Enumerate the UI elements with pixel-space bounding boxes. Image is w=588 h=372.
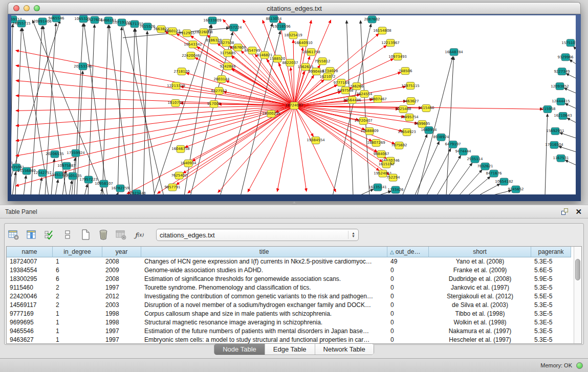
column-header-short[interactable]: short <box>429 247 531 257</box>
column-header-out_de[interactable]: △out_de… <box>387 247 429 257</box>
table-cell[interactable]: Changes of HCN gene expression and I(f) … <box>141 257 387 266</box>
citation-edge-black[interactable] <box>69 181 72 194</box>
table-cell[interactable]: 1 <box>53 327 102 336</box>
table-cell[interactable]: Nakamura et al. (1997) <box>429 327 531 336</box>
citation-edge-black[interactable] <box>135 29 155 194</box>
citation-edge-black[interactable] <box>121 20 164 194</box>
table-options-button[interactable] <box>8 229 20 241</box>
table-cell[interactable]: 6 <box>53 266 102 275</box>
column-header-pagerank[interactable]: pagerank <box>531 247 571 257</box>
citation-edge-black[interactable] <box>117 192 118 194</box>
row-height-button[interactable] <box>61 229 74 241</box>
table-cell[interactable]: 0 <box>387 275 429 283</box>
table-cell[interactable]: 9777169 <box>7 310 53 318</box>
citation-edge-black[interactable] <box>459 170 482 194</box>
delete-button[interactable] <box>97 229 110 241</box>
table-row[interactable]: 2242004622012Investigating the contribut… <box>7 292 574 301</box>
table-row[interactable]: 1938455462009Genome-wide association stu… <box>7 266 574 275</box>
table-cell[interactable]: 0 <box>387 310 429 318</box>
table-cell[interactable]: 19384554 <box>7 266 53 275</box>
table-row[interactable]: 946362711997Embryonic stem cells: a mode… <box>7 336 574 343</box>
citation-edge-red[interactable] <box>127 105 294 193</box>
table-cell[interactable]: Yano et al. (2008) <box>429 257 531 266</box>
node-table-grid[interactable]: namein_degreeyeartitle△out_de…shortpager… <box>7 247 574 343</box>
show-columns-button[interactable] <box>26 229 38 241</box>
minimize-button[interactable] <box>24 5 30 11</box>
table-source-select[interactable]: citations_edges.txt ▲▼ <box>156 229 359 241</box>
citation-edge-black[interactable] <box>437 156 461 194</box>
tab-edge-table[interactable]: Edge Table <box>265 344 315 355</box>
table-cell[interactable]: 1997 <box>102 336 141 343</box>
citation-edge-black[interactable] <box>477 184 500 194</box>
table-cell[interactable]: 5.6E-5 <box>531 266 571 275</box>
close-button[interactable] <box>13 5 19 11</box>
table-cell[interactable]: 0 <box>387 292 429 301</box>
citation-edge-black[interactable] <box>545 114 548 194</box>
table-cell[interactable]: Hescheler et al. (1997) <box>429 336 531 343</box>
table-row[interactable]: 1872400712008Changes of HCN gene express… <box>7 257 574 266</box>
citation-edge-black[interactable] <box>560 133 576 138</box>
citation-edge-black[interactable] <box>360 20 369 194</box>
window-titlebar[interactable]: citations_edges.txt <box>8 2 581 14</box>
table-cell[interactable]: 9115460 <box>7 283 53 292</box>
citation-edge-red[interactable] <box>294 48 303 106</box>
network-canvas[interactable]: 1872400776638228660123891295518226058818… <box>11 15 576 194</box>
zoom-button[interactable] <box>34 5 40 11</box>
citation-edge-black[interactable] <box>12 172 16 194</box>
table-cell[interactable]: 49 <box>387 257 429 266</box>
table-cell[interactable]: 0 <box>387 283 429 292</box>
table-cell[interactable]: 1997 <box>102 283 141 292</box>
table-cell[interactable]: 9463627 <box>7 336 53 343</box>
table-cell[interactable]: 1998 <box>102 318 141 327</box>
table-row[interactable]: 946554611997Estimation of the future num… <box>7 327 574 336</box>
citation-edge-black[interactable] <box>132 29 135 194</box>
citation-edge-black[interactable] <box>39 178 42 194</box>
table-row[interactable]: 1456911722003Disruption of a novel membe… <box>7 301 574 310</box>
table-cell[interactable]: 1998 <box>102 310 141 318</box>
table-cell[interactable]: Dudbridge et al. (2008) <box>429 275 531 283</box>
table-cell[interactable]: Structural magnetic resonance image aver… <box>141 318 387 327</box>
table-cell[interactable]: Disruption of a novel member of a sodium… <box>141 301 387 310</box>
table-cell[interactable]: 1 <box>53 310 102 318</box>
table-cell[interactable]: Estimation of the future numbers of pati… <box>141 327 387 336</box>
citation-edge-red[interactable] <box>232 69 294 105</box>
table-cell[interactable]: Investigating the contribution of common… <box>141 292 387 301</box>
table-cell[interactable]: 9465546 <box>7 327 53 336</box>
memory-ok-indicator[interactable] <box>576 362 583 369</box>
column-header-year[interactable]: year <box>102 247 141 257</box>
table-cell[interactable]: 1997 <box>102 327 141 336</box>
citation-edge-black[interactable] <box>415 141 439 194</box>
citation-edge-red[interactable] <box>16 105 294 111</box>
column-header-in_degree[interactable]: in_degree <box>53 247 102 257</box>
table-cell[interactable]: 5.3E-5 <box>531 283 571 292</box>
table-cell[interactable]: 5.3E-5 <box>531 301 571 310</box>
table-cell[interactable]: Tibbo et al. (1998) <box>429 310 531 318</box>
table-cell[interactable]: 2 <box>53 283 102 292</box>
table-cell[interactable]: 2003 <box>102 301 141 310</box>
citation-edge-black[interactable] <box>102 25 108 194</box>
column-header-title[interactable]: title <box>141 247 387 257</box>
table-cell[interactable]: 1 <box>53 257 102 266</box>
table-cell[interactable]: Franke et al. (2009) <box>429 266 531 275</box>
citation-edge-black[interactable] <box>426 148 451 194</box>
citation-edge-black[interactable] <box>565 160 576 165</box>
table-cell[interactable]: Corpus callosum shape and size in male p… <box>141 310 387 318</box>
citation-edge-black[interactable] <box>358 189 374 194</box>
table-cell[interactable]: 0 <box>387 336 429 343</box>
table-cell[interactable]: 5.9E-5 <box>531 275 571 283</box>
table-cell[interactable]: Wolkin et al. (1998) <box>429 318 531 327</box>
table-cell[interactable]: Genome-wide association studies in ADHD. <box>141 266 387 275</box>
tab-network-table[interactable]: Network Table <box>315 344 374 355</box>
citation-edge-black[interactable] <box>559 146 576 152</box>
table-cell[interactable]: 5.3E-5 <box>531 257 571 266</box>
table-cell[interactable]: 2 <box>53 292 102 301</box>
table-cell[interactable]: 0 <box>387 327 429 336</box>
citation-edge-black[interactable] <box>448 163 472 194</box>
table-cell[interactable]: 1 <box>53 318 102 327</box>
table-row[interactable]: 969969511998Structural magnetic resonanc… <box>7 318 574 327</box>
citation-edge-red[interactable] <box>277 105 294 191</box>
column-header-name[interactable]: name <box>7 247 53 257</box>
table-cell[interactable]: 22420046 <box>7 292 53 301</box>
float-panel-button[interactable] <box>561 208 568 215</box>
citation-edge-black[interactable] <box>564 88 576 93</box>
